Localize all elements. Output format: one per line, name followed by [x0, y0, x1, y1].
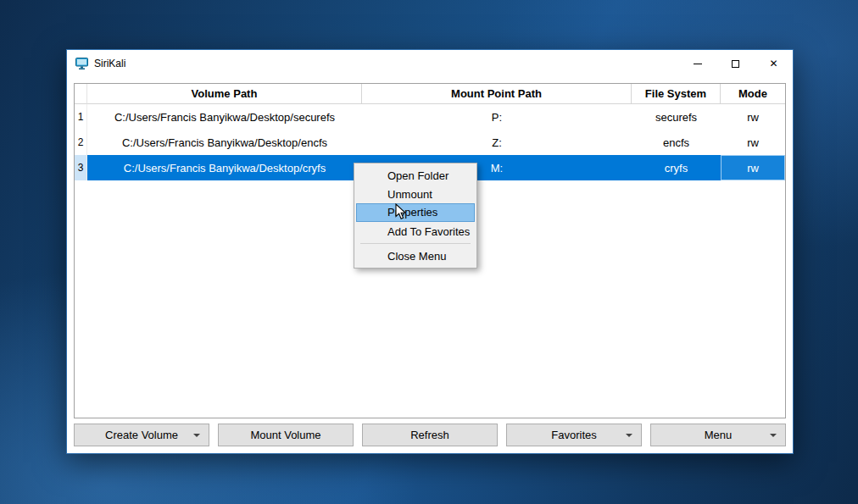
- mount-volume-button[interactable]: Mount Volume: [218, 424, 354, 446]
- mode-cell[interactable]: rw: [721, 130, 785, 155]
- desktop-background: SiriKali ✕ Volume Path Mount Point Path …: [0, 0, 858, 504]
- favorites-button[interactable]: Favorites: [506, 424, 642, 446]
- row-number[interactable]: 3: [75, 155, 87, 180]
- column-header-mount-point-path[interactable]: Mount Point Path: [362, 84, 632, 104]
- mount-point-cell[interactable]: Z:: [362, 130, 632, 155]
- dropdown-arrow-icon: [193, 434, 200, 437]
- mount-volume-label: Mount Volume: [250, 429, 320, 441]
- table-header: Volume Path Mount Point Path File System…: [75, 84, 785, 104]
- column-header-volume-path[interactable]: Volume Path: [87, 84, 362, 104]
- column-header-mode[interactable]: Mode: [721, 84, 785, 104]
- table-row[interactable]: 2 C:/Users/Francis Banyikwa/Desktop/encf…: [75, 130, 785, 155]
- volume-path-cell[interactable]: C:/Users/Francis Banyikwa/Desktop/cryfs: [87, 155, 362, 180]
- dropdown-arrow-icon: [626, 434, 632, 437]
- row-number-header: [75, 84, 87, 104]
- menu-item-add-to-favorites[interactable]: Add To Favorites: [356, 222, 475, 241]
- refresh-button[interactable]: Refresh: [362, 424, 498, 446]
- volume-path-cell[interactable]: C:/Users/Francis Banyikwa/Desktop/encfs: [87, 130, 362, 155]
- mouse-cursor-icon: [395, 203, 407, 224]
- create-volume-label: Create Volume: [105, 429, 178, 441]
- menu-item-unmount[interactable]: Unmount: [356, 185, 475, 203]
- menu-item-properties[interactable]: Properties: [356, 203, 475, 222]
- create-volume-button[interactable]: Create Volume: [74, 424, 209, 446]
- mode-cell[interactable]: rw: [721, 104, 785, 130]
- maximize-icon: [732, 60, 739, 68]
- close-button[interactable]: ✕: [755, 50, 793, 77]
- context-menu: Open Folder Unmount Properties Add To Fa…: [354, 163, 477, 269]
- sirikali-app-icon: [75, 57, 89, 70]
- close-icon: ✕: [769, 58, 777, 69]
- menu-label: Menu: [705, 429, 733, 441]
- minimize-button[interactable]: [678, 50, 716, 77]
- menu-item-open-folder[interactable]: Open Folder: [356, 166, 475, 185]
- file-system-cell[interactable]: securefs: [632, 104, 721, 130]
- titlebar[interactable]: SiriKali ✕: [67, 50, 793, 77]
- table-row[interactable]: 1 C:/Users/Francis Banyikwa/Desktop/secu…: [75, 104, 785, 130]
- minimize-icon: [694, 64, 702, 64]
- window-title: SiriKali: [94, 58, 125, 69]
- refresh-label: Refresh: [410, 429, 449, 441]
- row-number[interactable]: 2: [75, 130, 87, 155]
- dropdown-arrow-icon: [770, 434, 777, 437]
- row-number[interactable]: 1: [75, 104, 87, 130]
- window-controls: ✕: [678, 50, 793, 77]
- menu-separator: [360, 243, 471, 244]
- column-header-file-system[interactable]: File System: [632, 84, 721, 104]
- mode-cell[interactable]: rw: [721, 155, 785, 180]
- menu-item-close-menu[interactable]: Close Menu: [356, 246, 475, 265]
- favorites-label: Favorites: [551, 429, 596, 441]
- menu-button[interactable]: Menu: [650, 424, 786, 446]
- button-bar: Create Volume Mount Volume Refresh Favor…: [74, 424, 786, 446]
- maximize-button[interactable]: [716, 50, 755, 77]
- file-system-cell[interactable]: cryfs: [632, 155, 721, 180]
- volume-path-cell[interactable]: C:/Users/Francis Banyikwa/Desktop/secure…: [87, 104, 362, 130]
- file-system-cell[interactable]: encfs: [632, 130, 721, 155]
- mount-point-cell[interactable]: P:: [362, 104, 632, 130]
